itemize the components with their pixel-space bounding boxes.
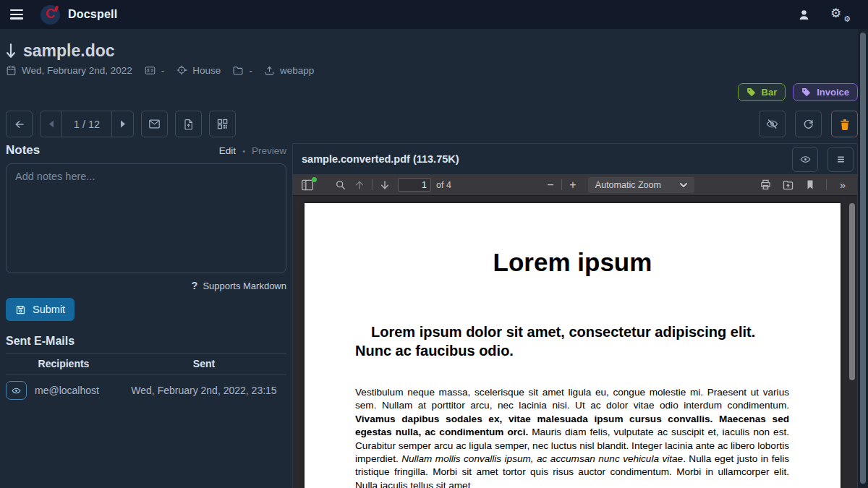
meta-concerning: House <box>176 64 221 76</box>
sidebar-badge <box>312 177 317 182</box>
eye-icon <box>799 154 812 165</box>
tag-chip-bar[interactable]: Bar <box>738 83 786 101</box>
page-indicator: 1 / 12 <box>61 111 112 137</box>
meta-source: webapp <box>264 65 314 76</box>
item-toolbar: 1 / 12 <box>6 111 858 137</box>
window-scrollbar-track <box>858 29 868 488</box>
gears-settings-icon[interactable]: ⚙ ⚙ <box>830 7 849 22</box>
pdf-scrollbar-thumb[interactable] <box>849 203 855 380</box>
tags-row: Bar Invoice <box>6 83 858 101</box>
pdf-zoom-in-button[interactable]: + <box>565 179 581 192</box>
reprocess-button[interactable] <box>795 111 822 137</box>
pdf-print-button[interactable] <box>756 176 775 194</box>
pdf-page-count: of 4 <box>436 180 451 190</box>
pdf-prev-page-button[interactable] <box>350 176 369 194</box>
refresh-icon <box>802 118 814 130</box>
app-brand: C Docspell <box>41 5 117 25</box>
pdf-document-heading: Lorem ipsum dolor sit amet, consectetur … <box>355 322 790 360</box>
pdf-toolbar: of 4 − + Automatic Zoom <box>293 174 857 196</box>
column-header-sent: Sent <box>122 358 286 369</box>
dot-separator: • <box>242 147 245 155</box>
pdf-more-tools-button[interactable]: » <box>833 176 852 194</box>
attachment-menu-button[interactable] <box>827 147 854 172</box>
attachment-pager: 1 / 12 <box>40 111 134 137</box>
markdown-hint: ? Supports Markdown <box>6 280 286 291</box>
folder-icon <box>232 65 244 76</box>
send-mail-button[interactable] <box>141 111 168 137</box>
user-icon[interactable] <box>798 9 810 21</box>
calendar-icon <box>6 65 17 76</box>
tag-icon <box>746 87 756 97</box>
delete-button[interactable] <box>831 111 858 137</box>
notes-heading: Notes <box>6 143 40 158</box>
document-meta-row: Wed, February 2nd, 2022 - House - <box>6 64 858 76</box>
trash-icon <box>839 118 851 131</box>
tag-chip-invoice[interactable]: Invoice <box>793 83 858 101</box>
prev-page-button[interactable] <box>41 111 61 137</box>
notes-preview-link[interactable]: Preview <box>252 145 286 156</box>
pdf-bookmark-button[interactable] <box>801 176 820 194</box>
pdf-sidebar-toggle-button[interactable] <box>298 176 317 194</box>
eye-slash-icon <box>765 118 779 130</box>
upload-icon <box>264 65 275 76</box>
column-header-recipients: Recipients <box>6 358 122 369</box>
menu-bars-icon <box>835 155 846 164</box>
pdf-save-button[interactable] <box>778 176 797 194</box>
attachment-view-button[interactable] <box>792 147 818 172</box>
attachment-header: sample.converted.pdf (113.75K) <box>293 144 857 174</box>
pdf-search-button[interactable] <box>331 176 350 194</box>
pdf-document-title: Lorem ipsum <box>305 248 841 277</box>
submit-notes-button[interactable]: Submit <box>6 298 75 321</box>
mail-recipients: me@localhost <box>35 385 99 396</box>
sent-emails-heading: Sent E-Mails <box>6 335 286 348</box>
file-upload-icon <box>183 118 195 131</box>
attachment-panel: sample.converted.pdf (113.75K) <box>292 143 858 488</box>
tag-icon <box>801 87 811 97</box>
window-scrollbar-thumb[interactable] <box>860 33 866 484</box>
view-mail-button[interactable] <box>6 381 27 400</box>
qrcode-icon <box>216 118 229 130</box>
pdf-zoom-out-button[interactable]: − <box>542 179 558 192</box>
unconfirm-button[interactable] <box>759 111 786 137</box>
notes-panel: Notes Edit • Preview ? Supports Markdown… <box>6 143 286 406</box>
back-button[interactable] <box>6 111 33 137</box>
envelope-icon <box>148 118 161 130</box>
mail-sent-date: Wed, February 2nd, 2022, 23:15 <box>122 385 286 396</box>
pdf-viewer: Lorem ipsum Lorem ipsum dolor sit amet, … <box>293 196 857 488</box>
address-card-icon <box>144 65 156 76</box>
app-title: Docspell <box>68 8 117 21</box>
save-icon <box>15 304 26 315</box>
next-page-button[interactable] <box>112 111 133 137</box>
meta-correspondent: - <box>144 65 165 76</box>
pdf-page: Lorem ipsum Lorem ipsum dolor sit amet, … <box>305 203 841 488</box>
document-title-row: sample.doc <box>6 41 858 61</box>
meta-date: Wed, February 2nd, 2022 <box>6 65 132 76</box>
add-files-button[interactable] <box>175 111 202 137</box>
pdf-zoom-select[interactable]: Automatic Zoom <box>588 177 694 193</box>
eye-icon <box>11 386 22 395</box>
arrow-left-icon <box>13 119 26 130</box>
table-row: me@localhost Wed, February 2nd, 2022, 23… <box>6 375 286 406</box>
question-mark-icon: ? <box>192 280 198 291</box>
attachment-filename: sample.converted.pdf (113.75K) <box>302 153 459 165</box>
docspell-logo-icon: C <box>41 5 60 25</box>
pdf-document-paragraph: Vestibulum neque massa, scelerisque sit … <box>355 386 789 488</box>
notes-textarea[interactable] <box>6 163 286 273</box>
crosshairs-icon <box>176 64 187 76</box>
pdf-page-number-input[interactable] <box>398 178 431 192</box>
document-title: sample.doc <box>23 41 115 61</box>
chevron-down-icon <box>680 183 687 187</box>
hamburger-menu-icon[interactable] <box>10 9 25 20</box>
pdf-next-page-button[interactable] <box>375 176 394 194</box>
notes-edit-link[interactable]: Edit <box>219 145 236 156</box>
item-id-qr-button[interactable] <box>209 111 236 137</box>
top-navbar: C Docspell ⚙ ⚙ <box>0 0 868 29</box>
download-arrow-icon <box>6 43 16 60</box>
meta-folder: - <box>232 65 252 76</box>
sent-emails-table: Recipients Sent me@localhost Wed, Februa… <box>6 353 286 406</box>
